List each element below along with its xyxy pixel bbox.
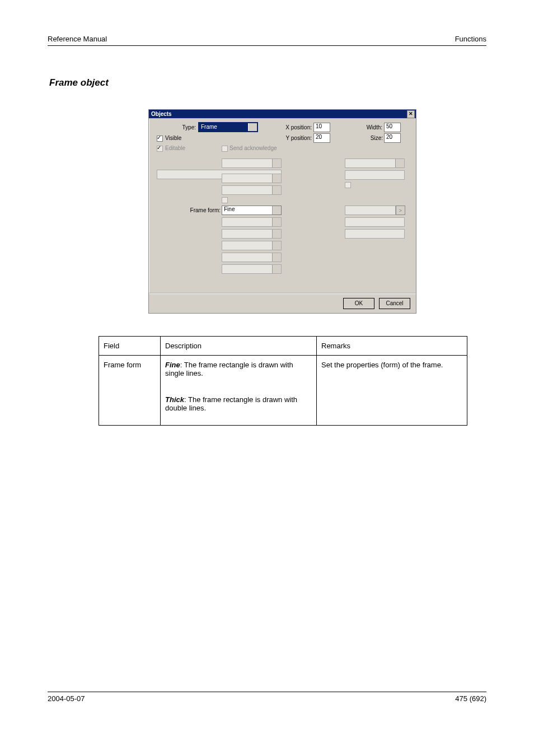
disabled-check-r bbox=[345, 182, 351, 188]
type-select[interactable]: Frame bbox=[198, 122, 258, 132]
type-value: Frame bbox=[201, 124, 217, 130]
ok-button[interactable]: OK bbox=[343, 298, 374, 309]
cell-field: Frame form bbox=[99, 356, 161, 426]
disabled-combo-r1 bbox=[345, 158, 405, 168]
width-input[interactable]: 50 bbox=[384, 123, 401, 132]
th-field: Field bbox=[99, 337, 161, 356]
objects-dialog: Objects ✕ Type: Frame X position: 10 Wid… bbox=[148, 109, 416, 314]
xpos-input[interactable]: 10 bbox=[313, 123, 330, 132]
section-heading: Frame object bbox=[49, 77, 109, 88]
disabled-text-r4 bbox=[345, 229, 405, 239]
page-header: Reference Manual Functions bbox=[48, 35, 486, 46]
size-input[interactable]: 20 bbox=[384, 133, 401, 143]
disabled-text-r3 bbox=[345, 217, 405, 227]
properties-table: Field Description Remarks Frame form Fin… bbox=[99, 336, 467, 426]
table-header-row: Field Description Remarks bbox=[99, 337, 467, 356]
editable-label: Editable bbox=[165, 145, 185, 151]
disabled-combo-l6 bbox=[222, 241, 282, 250]
dialog-button-row: OK Cancel bbox=[149, 293, 416, 313]
type-label: Type: bbox=[179, 124, 196, 130]
disabled-combo-l2 bbox=[222, 174, 282, 183]
cell-remark: Set the properties (form) of the frame. bbox=[317, 356, 467, 426]
dialog-title: Objects bbox=[151, 111, 172, 117]
th-remarks: Remarks bbox=[317, 337, 467, 356]
xpos-label: X position: bbox=[284, 124, 312, 130]
footer-left: 2004-05-07 bbox=[48, 694, 85, 703]
editable-checkbox bbox=[157, 146, 163, 152]
frameform-select[interactable]: Fine bbox=[222, 206, 282, 215]
browse-button: > bbox=[396, 206, 405, 215]
dialog-body: Type: Frame X position: 10 Width: 50 Vis… bbox=[149, 119, 416, 292]
disabled-combo-l7 bbox=[222, 253, 282, 262]
page-footer: 2004-05-07 475 (692) bbox=[48, 692, 486, 703]
disabled-combo-l5 bbox=[222, 229, 282, 239]
header-left: Reference Manual bbox=[48, 35, 107, 43]
width-label: Width: bbox=[363, 124, 382, 130]
footer-right: 475 (692) bbox=[455, 694, 486, 703]
cancel-button[interactable]: Cancel bbox=[379, 298, 410, 309]
close-icon[interactable]: ✕ bbox=[407, 110, 415, 118]
disabled-text-r1 bbox=[345, 170, 405, 180]
ypos-input[interactable]: 20 bbox=[313, 133, 330, 143]
ypos-label: Y position: bbox=[284, 135, 312, 141]
sendack-checkbox bbox=[222, 146, 228, 152]
cell-description: Fine: The frame rectangle is drawn with … bbox=[161, 356, 317, 426]
disabled-combo-l3 bbox=[222, 185, 282, 195]
disabled-check-l bbox=[222, 197, 228, 203]
visible-checkbox[interactable] bbox=[157, 136, 163, 142]
dialog-titlebar: Objects ✕ bbox=[149, 110, 416, 119]
visible-label: Visible bbox=[165, 135, 181, 141]
disabled-combo-l1 bbox=[222, 158, 282, 168]
disabled-combo-l4 bbox=[222, 217, 282, 227]
size-label: Size: bbox=[368, 135, 383, 141]
disabled-text-r2 bbox=[345, 206, 396, 215]
header-right: Functions bbox=[455, 35, 486, 43]
table-row: Frame form Fine: The frame rectangle is … bbox=[99, 356, 467, 426]
frameform-label: Frame form: bbox=[189, 207, 221, 213]
disabled-combo-l8 bbox=[222, 264, 282, 274]
th-description: Description bbox=[161, 337, 317, 356]
sendack-label: Send acknowledge bbox=[229, 145, 277, 151]
